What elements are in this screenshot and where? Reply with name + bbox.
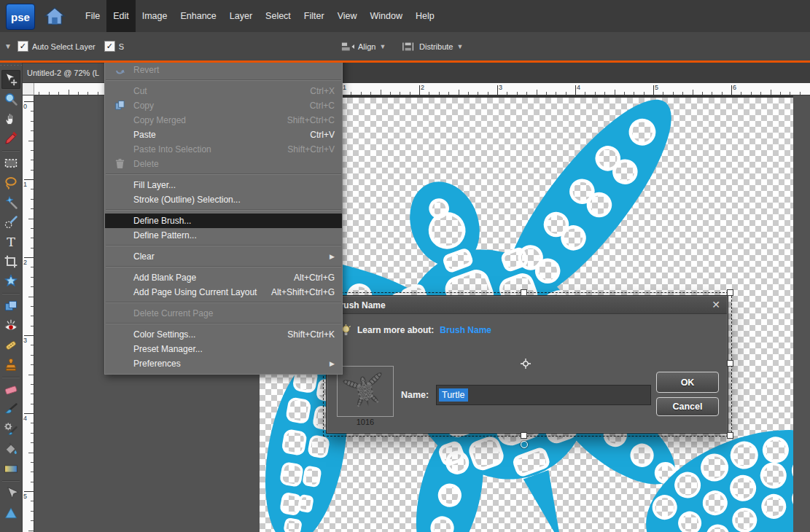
tool-spot-healing[interactable] xyxy=(1,336,20,355)
menu-item-revert[interactable]: Revert xyxy=(105,63,342,77)
tool-cookie-cutter[interactable] xyxy=(1,272,20,291)
auto-select-layer-label: Auto Select Layer xyxy=(32,42,96,51)
show-bounding-box-option[interactable]: ✓ S xyxy=(104,41,124,52)
tool-hand[interactable] xyxy=(1,109,20,128)
selection-brush-icon xyxy=(4,215,18,230)
menu-item-label: Define Pattern... xyxy=(133,230,197,240)
tool-magic-wand[interactable] xyxy=(1,193,20,212)
learn-more-row: Learn more about: Brush Name xyxy=(340,324,491,336)
menu-bar: pse FileEditImageEnhanceLayerSelectFilte… xyxy=(0,0,810,32)
menu-separator xyxy=(105,207,342,214)
tool-brush[interactable] xyxy=(1,400,20,419)
align-label: Align xyxy=(358,42,375,51)
menubar-item-window[interactable]: Window xyxy=(364,0,409,32)
tool-paint-bucket[interactable] xyxy=(1,439,20,458)
menu-item-delete[interactable]: Delete xyxy=(105,157,342,171)
recompose-icon xyxy=(4,299,18,313)
transform-handle-top-center[interactable] xyxy=(521,289,527,296)
align-dropdown[interactable]: Align ▼ xyxy=(341,42,386,52)
menubar-item-file[interactable]: File xyxy=(79,0,106,32)
cancel-button[interactable]: Cancel xyxy=(656,397,719,416)
menu-item-shortcut: Ctrl+V xyxy=(310,130,335,140)
menu-item-color-settings[interactable]: Color Settings...Shift+Ctrl+K xyxy=(105,327,342,342)
menu-item-label: Add Blank Page xyxy=(133,273,196,283)
tool-eraser[interactable] xyxy=(1,380,20,399)
tool-marquee[interactable] xyxy=(1,154,20,173)
menubar-item-layer[interactable]: Layer xyxy=(223,0,259,32)
tool-shape[interactable] xyxy=(1,504,20,523)
transform-handle-top-right[interactable] xyxy=(727,289,733,296)
menu-item-paste[interactable]: PasteCtrl+V xyxy=(105,128,342,142)
tool-clone-stamp[interactable] xyxy=(1,356,20,375)
tool-move[interactable] xyxy=(1,70,20,89)
menu-item-add-page-using-current-layout[interactable]: Add Page Using Current LayoutAlt+Shift+C… xyxy=(105,285,342,300)
menu-item-add-blank-page[interactable]: Add Blank PageAlt+Ctrl+G xyxy=(105,270,342,285)
tool-red-eye[interactable] xyxy=(1,316,20,335)
menu-item-label: Clear xyxy=(133,251,155,262)
menu-item-preset-manager[interactable]: Preset Manager... xyxy=(105,342,342,356)
menu-item-cut[interactable]: CutCtrl+X xyxy=(105,84,342,98)
tool-selection-brush[interactable] xyxy=(1,213,20,232)
options-collapse-caret-icon[interactable]: ▼ xyxy=(4,42,12,50)
menubar-item-view[interactable]: View xyxy=(331,0,364,32)
menu-item-shortcut: Shift+Ctrl+V xyxy=(287,144,335,154)
menu-item-stroke-outline-selection[interactable]: Stroke (Outline) Selection... xyxy=(105,192,342,207)
menu-separator xyxy=(105,264,342,270)
chevron-down-icon: ▼ xyxy=(379,43,386,50)
copy-icon xyxy=(114,100,127,112)
distribute-dropdown[interactable]: Distribute ▼ xyxy=(402,42,463,52)
tool-zoom[interactable] xyxy=(1,90,20,109)
magic-wand-icon xyxy=(4,195,18,210)
menu-separator xyxy=(105,171,342,178)
tool-shape-selection[interactable] xyxy=(1,484,20,503)
eraser-icon xyxy=(4,383,18,397)
type-icon: T xyxy=(4,235,18,249)
menu-item-fill-layer[interactable]: Fill Layer... xyxy=(105,178,342,192)
tool-smart-brush[interactable] xyxy=(1,420,20,439)
menu-item-shortcut: Ctrl+C xyxy=(310,101,335,111)
transform-handle-right-middle[interactable] xyxy=(727,360,733,367)
close-icon[interactable]: ✕ xyxy=(712,300,720,310)
tool-gradient[interactable] xyxy=(1,459,20,478)
learn-more-prefix: Learn more about: xyxy=(357,325,434,335)
menu-item-define-brush[interactable]: Define Brush... xyxy=(105,214,342,228)
tool-recompose[interactable] xyxy=(1,297,20,316)
learn-more-link[interactable]: Brush Name xyxy=(440,325,491,335)
vertical-ruler: 012345 xyxy=(23,95,34,532)
menubar-item-help[interactable]: Help xyxy=(409,0,441,32)
menubar-item-edit[interactable]: Edit xyxy=(106,0,136,32)
checkbox-checked-icon[interactable]: ✓ xyxy=(104,41,115,52)
menu-item-paste-into-selection[interactable]: Paste Into SelectionShift+Ctrl+V xyxy=(105,142,342,157)
auto-select-layer-option[interactable]: ✓ Auto Select Layer xyxy=(17,41,96,52)
dialog-titlebar[interactable]: Brush Name ✕ xyxy=(327,297,727,314)
menu-item-define-pattern[interactable]: Define Pattern... xyxy=(105,228,342,243)
menu-item-delete-current-page[interactable]: Delete Current Page xyxy=(105,306,342,321)
menu-item-clear[interactable]: Clear▶ xyxy=(105,249,342,264)
tool-eyedropper[interactable] xyxy=(1,129,20,148)
pse-logo[interactable]: pse xyxy=(6,4,35,30)
tool-crop[interactable] xyxy=(1,252,20,271)
chevron-down-icon: ▼ xyxy=(456,43,463,50)
zoom-icon xyxy=(4,92,18,106)
lasso-icon xyxy=(4,176,18,190)
menu-item-shortcut: Shift+Ctrl+K xyxy=(287,329,335,340)
checkbox-checked-icon[interactable]: ✓ xyxy=(17,41,28,52)
menu-item-preferences[interactable]: Preferences▶ xyxy=(105,356,342,371)
ok-button[interactable]: OK xyxy=(656,372,719,393)
menubar-item-filter[interactable]: Filter xyxy=(297,0,331,32)
tool-lasso[interactable] xyxy=(1,173,20,192)
menu-item-copy-merged[interactable]: Copy MergedShift+Ctrl+C xyxy=(105,113,342,128)
transform-handle-bottom-center[interactable] xyxy=(521,432,527,439)
transform-handle-bottom-right[interactable] xyxy=(727,432,733,439)
menubar-item-select[interactable]: Select xyxy=(259,0,297,32)
tool-type[interactable]: T xyxy=(1,232,20,251)
menu-item-copy[interactable]: CopyCtrl+C xyxy=(105,98,342,113)
toolbar-grip-dots[interactable]: ······· xyxy=(0,63,22,69)
menubar-item-image[interactable]: Image xyxy=(136,0,174,32)
brush-name-input[interactable]: Turtle xyxy=(436,385,651,405)
document-tab[interactable]: Untitled-2 @ 72% (L xyxy=(23,63,114,82)
transform-rotate-handle[interactable] xyxy=(521,441,528,448)
menu-item-shortcut: Ctrl+X xyxy=(310,86,335,96)
home-button[interactable] xyxy=(42,4,67,28)
menubar-item-enhance[interactable]: Enhance xyxy=(174,0,222,32)
